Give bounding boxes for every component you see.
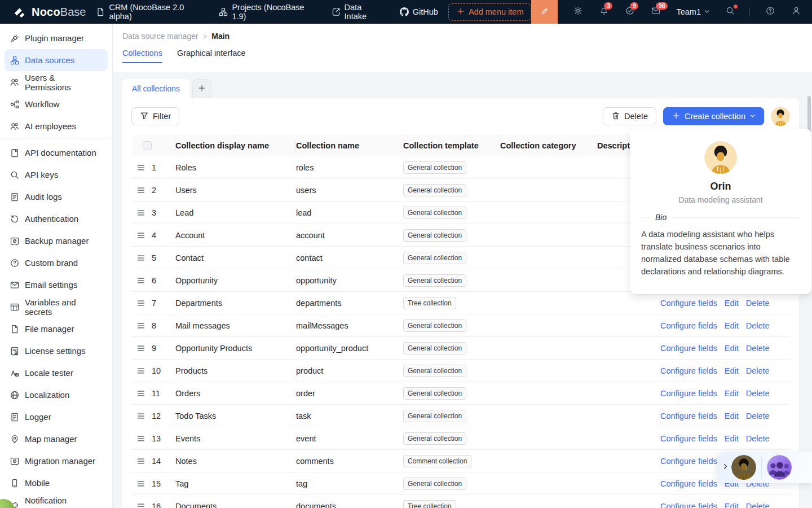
edit-link[interactable]: Edit bbox=[725, 389, 739, 398]
nocobase-logo-icon bbox=[12, 5, 27, 19]
navbar-item-crm-nocobase-2-0-alpha[interactable]: CRM (NocoBase 2.0 alpha) bbox=[96, 3, 202, 21]
drag-handle-icon[interactable] bbox=[136, 321, 145, 330]
edit-link[interactable]: Edit bbox=[725, 366, 739, 375]
delete-link[interactable]: Delete bbox=[746, 366, 770, 375]
configure-fields-link[interactable]: Configure fields bbox=[660, 344, 717, 353]
add-collection-tab-button[interactable] bbox=[192, 79, 211, 98]
configure-fields-link[interactable]: Configure fields bbox=[660, 502, 717, 508]
nocobase-logo[interactable]: NocoBase bbox=[0, 5, 96, 19]
team-switcher[interactable]: Team1 bbox=[676, 7, 710, 16]
sidebar-item-data-sources[interactable]: Data sources bbox=[5, 49, 108, 71]
drag-handle-icon[interactable] bbox=[136, 457, 145, 466]
sidebar-item-api-documentation[interactable]: API documentation bbox=[5, 142, 108, 164]
sidebar-item-map-manager[interactable]: Map manager bbox=[5, 428, 108, 450]
delete-link[interactable]: Delete bbox=[746, 299, 770, 308]
configure-fields-link[interactable]: Configure fields bbox=[660, 299, 717, 308]
configure-fields-link[interactable]: Configure fields bbox=[660, 457, 717, 466]
select-all-checkbox[interactable] bbox=[143, 141, 152, 150]
navbar-item-data-intake[interactable]: Data Intake bbox=[332, 3, 383, 21]
tab-all-collections[interactable]: All collections bbox=[122, 79, 189, 98]
create-collection-button[interactable]: Create collection bbox=[663, 107, 764, 125]
export-icon bbox=[332, 7, 341, 16]
sidebar-item-logger[interactable]: Logger bbox=[5, 406, 108, 428]
configure-fields-link[interactable]: Configure fields bbox=[660, 366, 717, 375]
sidebar-item-migration-manager[interactable]: Migration manager bbox=[5, 450, 108, 472]
user-button[interactable] bbox=[791, 6, 802, 17]
configure-fields-link[interactable]: Configure fields bbox=[660, 389, 717, 398]
tab-collections[interactable]: Collections bbox=[122, 49, 162, 63]
drag-handle-icon[interactable] bbox=[136, 231, 145, 240]
drag-handle-icon[interactable] bbox=[136, 208, 145, 217]
delete-link[interactable]: Delete bbox=[746, 389, 770, 398]
settings-button[interactable] bbox=[572, 6, 584, 17]
sidebar-item-backup-manager[interactable]: Backup manager bbox=[5, 230, 108, 252]
sidebar-item-variables-and-secrets[interactable]: Variables and secrets bbox=[5, 296, 108, 318]
cell-collection-name: product bbox=[296, 366, 403, 375]
delete-button[interactable]: Delete bbox=[603, 107, 656, 125]
sidebar-item-license-settings[interactable]: License settings bbox=[5, 340, 108, 362]
messages-button[interactable]: 98 bbox=[650, 6, 661, 17]
delete-link[interactable]: Delete bbox=[746, 411, 770, 421]
sidebar-item-locale-tester[interactable]: Locale tester bbox=[5, 362, 108, 384]
delete-link[interactable]: Delete bbox=[746, 321, 770, 330]
drag-handle-icon[interactable] bbox=[136, 389, 145, 398]
trash-icon bbox=[611, 111, 620, 122]
sidebar-item-audit-logs[interactable]: Audit logs bbox=[5, 186, 108, 208]
table-row: 12 Todo Tasks task General collection Co… bbox=[131, 405, 790, 427]
dock-expand-button[interactable] bbox=[722, 462, 729, 472]
ui-editor-button[interactable] bbox=[531, 0, 558, 24]
drag-handle-icon[interactable] bbox=[136, 479, 145, 488]
edit-link[interactable]: Edit bbox=[725, 434, 739, 443]
drag-handle-icon[interactable] bbox=[136, 276, 145, 285]
drag-handle-icon[interactable] bbox=[136, 502, 145, 508]
cell-collection-name: users bbox=[296, 186, 403, 195]
sidebar-item-authentication[interactable]: Authentication bbox=[5, 208, 108, 230]
edit-link[interactable]: Edit bbox=[725, 344, 739, 353]
configure-fields-link[interactable]: Configure fields bbox=[660, 434, 717, 443]
drag-handle-icon[interactable] bbox=[136, 186, 145, 195]
sidebar-item-file-manager[interactable]: File manager bbox=[5, 318, 108, 340]
sidebar-item-users-permissions[interactable]: Users & Permissions bbox=[5, 71, 108, 93]
edit-link[interactable]: Edit bbox=[725, 299, 739, 308]
assistant-avatar-button[interactable] bbox=[771, 107, 790, 126]
delete-link[interactable]: Delete bbox=[746, 434, 770, 443]
delete-link[interactable]: Delete bbox=[746, 502, 770, 508]
sidebar-item-custom-brand[interactable]: Custom brand bbox=[5, 252, 108, 274]
configure-fields-link[interactable]: Configure fields bbox=[660, 321, 717, 330]
drag-handle-icon[interactable] bbox=[136, 411, 145, 421]
navbar-item-github[interactable]: GitHub bbox=[400, 7, 438, 16]
sidebar-item-localization[interactable]: Localization bbox=[5, 384, 108, 406]
sidebar-item-ai-employees[interactable]: AI employees bbox=[5, 115, 108, 137]
notifications-button[interactable]: 3 bbox=[598, 6, 610, 17]
drag-handle-icon[interactable] bbox=[136, 253, 145, 262]
configure-fields-link[interactable]: Configure fields bbox=[660, 479, 717, 488]
search-button[interactable] bbox=[725, 6, 736, 17]
add-menu-item-button[interactable]: Add menu item bbox=[448, 3, 532, 21]
drag-handle-icon[interactable] bbox=[136, 434, 145, 443]
tasks-button[interactable]: 9 bbox=[624, 6, 636, 17]
drag-handle-icon[interactable] bbox=[136, 366, 145, 375]
navbar-item-projects-nocobase-1-9[interactable]: Projects (NocoBase 1.9) bbox=[219, 3, 314, 21]
breadcrumb-parent[interactable]: Data source manager bbox=[122, 32, 198, 41]
sidebar-item-workflow[interactable]: Workflow bbox=[5, 93, 108, 115]
edit-link[interactable]: Edit bbox=[725, 411, 739, 421]
delete-link[interactable]: Delete bbox=[746, 344, 770, 353]
assistant-role: Data modeling assistant bbox=[630, 195, 811, 204]
dock-avatar-team[interactable] bbox=[767, 455, 792, 480]
edit-link[interactable]: Edit bbox=[725, 321, 739, 330]
drag-handle-icon[interactable] bbox=[136, 344, 145, 353]
sidebar-item-notification-manager[interactable]: Notification manager bbox=[5, 494, 108, 508]
sidebar-item-plugin-manager[interactable]: Plugin manager bbox=[5, 27, 108, 49]
drag-handle-icon[interactable] bbox=[136, 163, 145, 172]
sidebar-item-mobile[interactable]: Mobile bbox=[5, 472, 108, 494]
filter-button[interactable]: Filter bbox=[131, 107, 179, 125]
drag-handle-icon[interactable] bbox=[136, 299, 145, 308]
configure-fields-link[interactable]: Configure fields bbox=[660, 411, 717, 421]
sidebar-item-api-keys[interactable]: API keys bbox=[5, 164, 108, 186]
tab-graphical-interface[interactable]: Graphical interface bbox=[177, 49, 246, 63]
template-tag: Comment collection bbox=[403, 455, 471, 467]
sidebar-item-email-settings[interactable]: Email settings bbox=[5, 274, 108, 296]
edit-link[interactable]: Edit bbox=[725, 502, 739, 508]
dock-avatar-orin[interactable] bbox=[731, 455, 756, 480]
help-button[interactable] bbox=[765, 6, 776, 17]
